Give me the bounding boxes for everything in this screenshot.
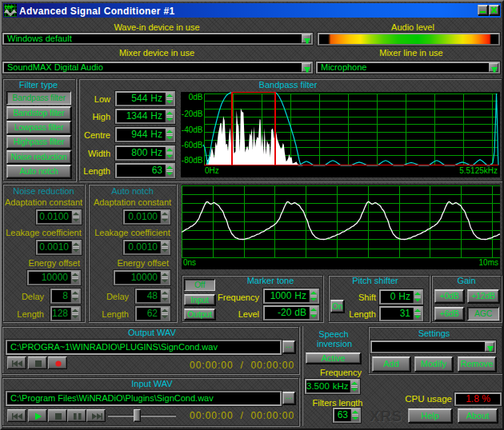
svg-text:0dB: 0dB bbox=[189, 93, 203, 102]
svg-text:-60dB: -60dB bbox=[182, 141, 203, 149]
svg-text:-40dB: -40dB bbox=[182, 125, 203, 134]
svg-text:0ns: 0ns bbox=[183, 258, 196, 267]
svg-text:-80dB: -80dB bbox=[182, 156, 203, 165]
svg-text:-20dB: -20dB bbox=[182, 109, 203, 118]
svg-text:5.5125kHz: 5.5125kHz bbox=[459, 166, 498, 175]
svg-text:10ms: 10ms bbox=[479, 258, 498, 267]
svg-text:0Hz: 0Hz bbox=[205, 166, 219, 175]
svg-text:DSP: DSP bbox=[5, 5, 14, 10]
